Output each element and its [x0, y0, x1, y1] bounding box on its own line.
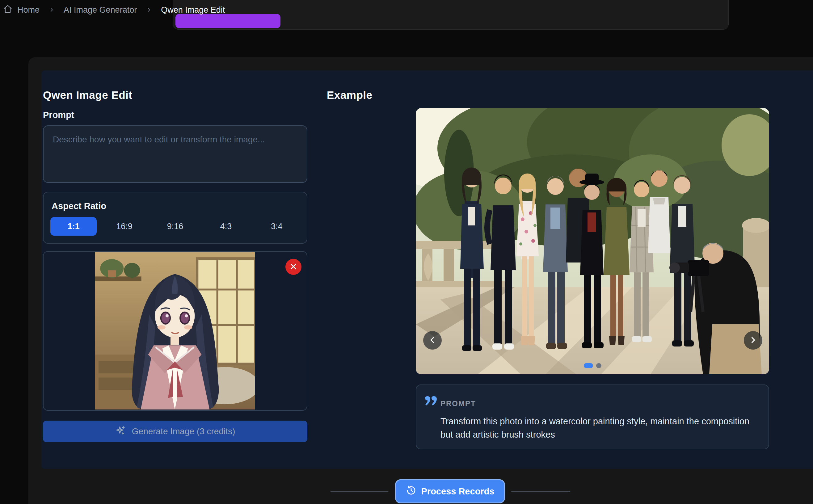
- carousel-prev-button[interactable]: [423, 331, 442, 350]
- example-title: Example: [327, 89, 372, 101]
- remove-image-button[interactable]: [285, 259, 301, 275]
- history-icon: [406, 485, 416, 498]
- carousel-dot-active[interactable]: [584, 363, 593, 368]
- close-icon: [289, 263, 297, 271]
- breadcrumb-current-page: Qwen Image Edit: [161, 5, 225, 15]
- tab-bar: [173, 0, 729, 30]
- chevron-right-icon: [49, 7, 54, 13]
- aspect-option-9-16[interactable]: 9:16: [152, 217, 198, 236]
- prompt-label: Prompt: [43, 110, 74, 120]
- home-icon: [3, 4, 12, 16]
- prompt-textarea[interactable]: [43, 125, 307, 183]
- chevron-left-icon: [428, 336, 437, 345]
- sparkles-icon: [115, 425, 126, 438]
- uploaded-image: [95, 252, 255, 409]
- quote-icon: [425, 396, 437, 407]
- aspect-ratio-options: 1:1 16:9 9:16 4:3 3:4: [50, 217, 300, 236]
- chevron-right-icon: [146, 7, 152, 13]
- aspect-option-4-3[interactable]: 4:3: [203, 217, 249, 236]
- generate-button[interactable]: Generate Image (3 credits): [43, 421, 307, 442]
- example-prompt-card: PROMPT Transform this photo into a water…: [416, 384, 769, 449]
- generate-button-label: Generate Image (3 credits): [132, 426, 235, 436]
- breadcrumb-ai-image-generator[interactable]: AI Image Generator: [64, 5, 137, 15]
- example-image: [416, 108, 769, 374]
- footer-divider-left: [331, 491, 388, 492]
- page-title: Qwen Image Edit: [43, 89, 133, 101]
- carousel-next-button[interactable]: [744, 331, 762, 350]
- breadcrumb: Home AI Image Generator Qwen Image Edit: [3, 3, 225, 17]
- example-prompt-text: Transform this photo into a watercolor p…: [440, 415, 759, 441]
- aspect-option-1-1[interactable]: 1:1: [50, 217, 97, 236]
- footer-divider-right: [511, 491, 570, 492]
- breadcrumb-home[interactable]: Home: [3, 4, 40, 16]
- aspect-ratio-label: Aspect Ratio: [52, 201, 106, 211]
- upload-preview-card: [43, 251, 307, 411]
- chevron-right-icon: [749, 336, 757, 345]
- process-records-label: Process Records: [421, 486, 495, 497]
- aspect-option-16-9[interactable]: 16:9: [101, 217, 147, 236]
- aspect-option-3-4[interactable]: 3:4: [254, 217, 300, 236]
- breadcrumb-item-label: AI Image Generator: [64, 5, 137, 15]
- carousel-dot-inactive[interactable]: [596, 363, 601, 368]
- example-prompt-heading: PROMPT: [440, 399, 476, 408]
- aspect-ratio-card: Aspect Ratio 1:1 16:9 9:16 4:3 3:4: [43, 192, 307, 244]
- process-records-button[interactable]: Process Records: [395, 479, 505, 503]
- carousel-dots: [416, 363, 769, 368]
- breadcrumb-item-label: Home: [17, 5, 40, 15]
- breadcrumb-item-label: Qwen Image Edit: [161, 5, 225, 15]
- example-carousel: [416, 108, 769, 374]
